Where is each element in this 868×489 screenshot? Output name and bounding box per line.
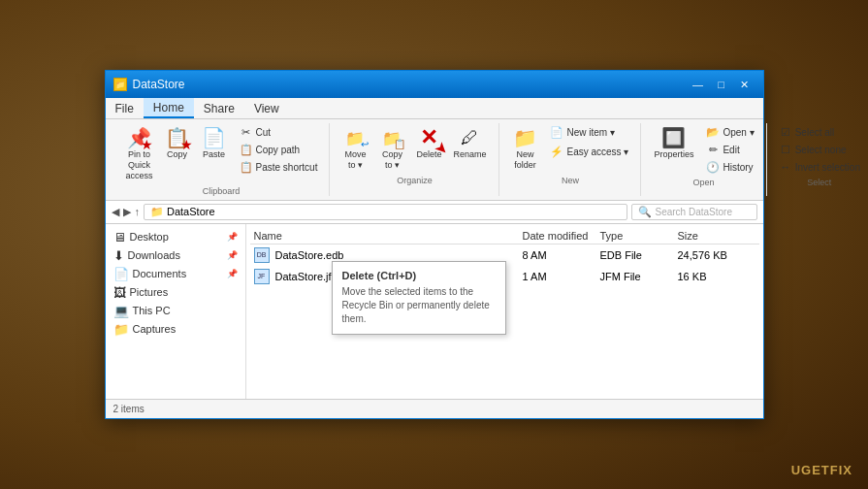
invert-selection-icon: ↔ bbox=[779, 160, 792, 174]
move-to-button[interactable]: 📁 ↩ Moveto ▾ bbox=[338, 123, 372, 174]
organize-group-label: Organize bbox=[397, 176, 433, 185]
properties-label: Properties bbox=[654, 149, 693, 159]
pin-to-quick-access-button[interactable]: 📌 ★ Pin toQuickaccess bbox=[121, 123, 158, 183]
open-group-label: Open bbox=[693, 178, 715, 187]
file-area: 🖥 Desktop 📌 ⬇ Downloads 📌 📄 Documents 📌 … bbox=[106, 224, 763, 399]
menu-home[interactable]: Home bbox=[144, 98, 194, 118]
menu-bar: File Home Share View bbox=[106, 98, 763, 119]
select-none-icon: ☐ bbox=[779, 143, 792, 156]
new-item-icon: 📄 bbox=[550, 125, 563, 139]
copy-to-icon: 📁 📋 bbox=[380, 126, 403, 149]
minimize-button[interactable]: — bbox=[688, 76, 709, 93]
downloads-icon: ⬇ bbox=[113, 248, 124, 263]
this-pc-icon: 💻 bbox=[113, 304, 129, 318]
window-icon: 📁 bbox=[113, 78, 127, 91]
nav-captures-label: Captures bbox=[133, 323, 177, 335]
red-star-icon: ★ bbox=[141, 138, 153, 151]
copy-button[interactable]: 📋 ★ Copy bbox=[160, 123, 195, 162]
back-button[interactable]: ◀ bbox=[112, 206, 119, 218]
close-button[interactable]: ✕ bbox=[734, 76, 755, 93]
tooltip-title: Delete (Ctrl+D) bbox=[342, 270, 496, 281]
copy-to-button[interactable]: 📁 📋 Copyto ▾ bbox=[374, 123, 409, 174]
maximize-button[interactable]: □ bbox=[711, 76, 732, 93]
file-icon-jfm: JF bbox=[254, 269, 270, 284]
ribbon-group-clipboard: 📌 ★ Pin toQuickaccess 📋 ★ Copy bbox=[113, 123, 331, 195]
ribbon-group-open: 🔲 Properties 📂 Open ▾ ✏ Edit bbox=[641, 123, 766, 195]
delete-button[interactable]: ✕ ➤ Delete bbox=[411, 123, 446, 162]
organize-buttons: 📁 ↩ Moveto ▾ 📁 📋 Copyto ▾ bbox=[338, 123, 491, 174]
documents-icon: 📄 bbox=[113, 267, 129, 281]
edit-label: Edit bbox=[723, 145, 739, 155]
file-type-edb: EDB File bbox=[600, 249, 678, 261]
watermark: UGETFIX bbox=[791, 463, 852, 477]
easy-access-button[interactable]: ⚡ Easy access ▾ bbox=[546, 143, 632, 160]
nav-item-pictures[interactable]: 🖼 Pictures bbox=[106, 283, 245, 302]
nav-this-pc-label: This PC bbox=[133, 305, 171, 316]
search-box[interactable]: 🔍 Search DataStore bbox=[631, 204, 757, 220]
delete-icon: ✕ ➤ bbox=[417, 126, 440, 149]
col-size: Size bbox=[678, 230, 755, 242]
file-list: Name Date modified Type Size DB DataStor… bbox=[246, 224, 763, 399]
new-group-label: New bbox=[562, 176, 579, 185]
edit-button[interactable]: ✏ Edit bbox=[702, 141, 757, 158]
ribbon-group-select: ☑ Select all ☐ Select none ↔ Invert sele… bbox=[767, 123, 868, 195]
cut-button[interactable]: ✂ Cut bbox=[236, 123, 322, 141]
select-none-button[interactable]: ☐ Select none bbox=[775, 141, 864, 158]
new-folder-label: Newfolder bbox=[514, 149, 536, 171]
history-button[interactable]: 🕐 History bbox=[702, 158, 757, 176]
address-path[interactable]: 📁 DataStore bbox=[144, 204, 627, 220]
new-small-buttons: 📄 New item ▾ ⚡ Easy access ▾ bbox=[546, 123, 632, 160]
new-item-button[interactable]: 📄 New item ▾ bbox=[546, 123, 632, 141]
invert-selection-label: Invert selection bbox=[795, 162, 860, 173]
pictures-icon: 🖼 bbox=[113, 285, 126, 300]
nav-item-documents[interactable]: 📄 Documents 📌 bbox=[106, 265, 245, 283]
select-group-label: Select bbox=[807, 178, 831, 187]
properties-icon: 🔲 bbox=[662, 126, 686, 149]
ribbon: 📌 ★ Pin toQuickaccess 📋 ★ Copy bbox=[106, 119, 763, 200]
file-name-edb-text: DataStore.edb bbox=[275, 249, 344, 261]
select-all-button[interactable]: ☑ Select all bbox=[775, 123, 864, 141]
copy-path-label: Copy path bbox=[256, 145, 301, 155]
select-all-label: Select all bbox=[795, 127, 835, 138]
menu-file[interactable]: File bbox=[106, 98, 144, 118]
nav-item-captures[interactable]: 📁 Captures bbox=[106, 320, 245, 339]
documents-pin-icon: 📌 bbox=[227, 269, 238, 278]
select-small-buttons: ☑ Select all ☐ Select none ↔ Invert sele… bbox=[775, 123, 864, 176]
nav-pictures-label: Pictures bbox=[130, 286, 169, 298]
paste-button[interactable]: 📄 Paste bbox=[197, 123, 232, 162]
col-type: Type bbox=[600, 230, 678, 242]
new-folder-button[interactable]: 📁 Newfolder bbox=[507, 123, 542, 174]
up-button[interactable]: ↑ bbox=[135, 206, 141, 217]
nav-item-downloads[interactable]: ⬇ Downloads 📌 bbox=[106, 246, 245, 265]
status-bar: 2 items bbox=[106, 399, 763, 418]
menu-view[interactable]: View bbox=[244, 98, 289, 118]
delete-tooltip: Delete (Ctrl+D) Move the selected items … bbox=[332, 261, 506, 335]
copy-icon: 📋 ★ bbox=[166, 126, 189, 149]
desktop-pin-icon: 📌 bbox=[227, 232, 238, 242]
col-name: Name bbox=[254, 230, 523, 242]
cut-icon: ✂ bbox=[240, 125, 253, 139]
copy-path-button[interactable]: 📋 Copy path bbox=[236, 141, 322, 158]
ribbon-group-organize: 📁 ↩ Moveto ▾ 📁 📋 Copyto ▾ bbox=[330, 123, 499, 195]
menu-share[interactable]: Share bbox=[194, 98, 244, 118]
window-title: DataStore bbox=[133, 78, 185, 91]
history-label: History bbox=[723, 162, 753, 173]
open-button[interactable]: 📂 Open ▾ bbox=[702, 123, 757, 141]
paste-shortcut-button[interactable]: 📋 Paste shortcut bbox=[236, 158, 322, 176]
nav-item-this-pc[interactable]: 💻 This PC bbox=[106, 302, 245, 320]
properties-button[interactable]: 🔲 Properties bbox=[649, 123, 698, 162]
status-text: 2 items bbox=[113, 404, 145, 414]
nav-panel: 🖥 Desktop 📌 ⬇ Downloads 📌 📄 Documents 📌 … bbox=[106, 224, 246, 399]
invert-selection-button[interactable]: ↔ Invert selection bbox=[775, 158, 864, 176]
paste-label: Paste bbox=[203, 149, 225, 159]
forward-button[interactable]: ▶ bbox=[123, 206, 131, 218]
copy-to-label: Copyto ▾ bbox=[382, 149, 402, 171]
col-date: Date modified bbox=[523, 230, 600, 242]
rename-button[interactable]: 🖊 Rename bbox=[448, 123, 491, 162]
easy-access-icon: ⚡ bbox=[550, 145, 563, 158]
title-bar: 📁 DataStore — □ ✕ bbox=[106, 71, 763, 98]
nav-item-desktop[interactable]: 🖥 Desktop 📌 bbox=[106, 228, 245, 246]
pin-icon: 📌 ★ bbox=[128, 126, 151, 149]
captures-icon: 📁 bbox=[113, 322, 129, 337]
new-item-label: New item ▾ bbox=[566, 127, 614, 138]
